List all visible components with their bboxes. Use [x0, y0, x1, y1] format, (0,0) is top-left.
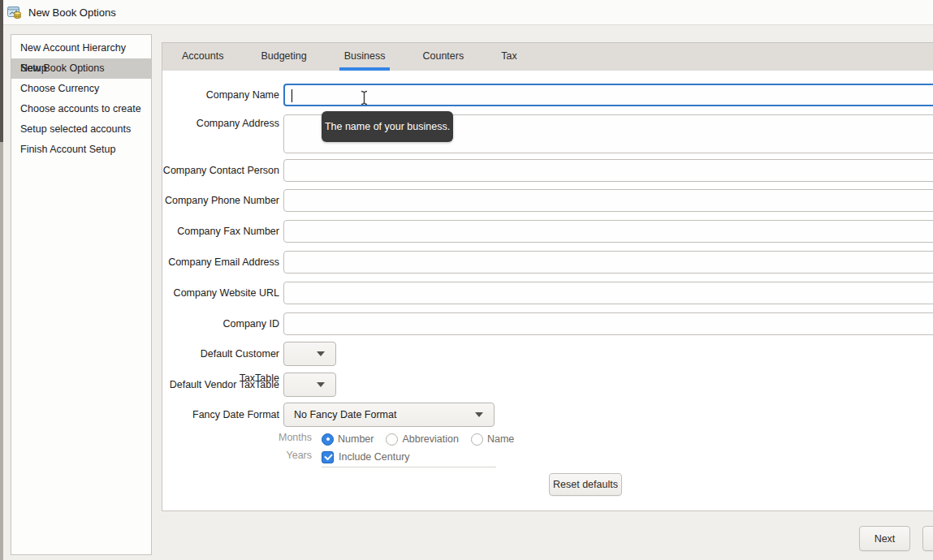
years-label: Years [162, 450, 312, 461]
company-phone-number-label: Company Phone Number [162, 189, 279, 212]
company-name-tooltip: The name of your business. [322, 111, 453, 142]
default-vendor-taxtable-dropdown[interactable] [283, 373, 336, 397]
radio-unchecked-icon[interactable] [471, 433, 483, 446]
include-century-option[interactable]: Include Century [322, 451, 410, 463]
radio-checked-icon[interactable] [322, 433, 334, 446]
window-title: New Book Options [28, 6, 116, 19]
date-format-group-divider [322, 467, 496, 467]
reset-defaults-button[interactable]: Reset defaults [549, 473, 622, 496]
radio-unchecked-icon[interactable] [386, 433, 398, 446]
company-id-input[interactable] [283, 312, 933, 335]
years-option-row: Include Century [322, 450, 422, 464]
tab-accounts[interactable]: Accounts [163, 43, 242, 71]
months-option-name-label: Name [487, 433, 514, 445]
text-cursor-pointer [360, 90, 369, 108]
sidebar-item-choose-currency: Choose Currency [11, 79, 151, 99]
company-name-input[interactable] [283, 84, 933, 106]
background-window-edge-lower [0, 142, 3, 560]
months-option-number[interactable]: Number [322, 433, 374, 446]
book-options-panel: Accounts Budgeting Business Counters Tax… [162, 42, 933, 511]
chevron-down-icon [317, 382, 325, 387]
sidebar-item-new-book-options: New Book Options [11, 58, 151, 79]
company-fax-number-input[interactable] [283, 220, 933, 243]
tab-business[interactable]: Business [326, 43, 404, 71]
text-caret [292, 89, 292, 102]
months-label: Months [162, 432, 312, 443]
assistant-steps-sidebar: New Account Hierarchy Setup New Book Opt… [11, 34, 152, 555]
fancy-date-format-value: No Fancy Date Format [284, 409, 475, 420]
company-email-address-input[interactable] [283, 251, 933, 274]
months-radio-group: Number Abbreviation Name [322, 432, 526, 446]
company-website-url-input[interactable] [283, 282, 933, 304]
tab-bar: Accounts Budgeting Business Counters Tax [162, 43, 933, 71]
tab-tax[interactable]: Tax [482, 43, 535, 71]
tab-counters[interactable]: Counters [404, 43, 482, 71]
background-window-edge [0, 0, 3, 142]
months-option-abbreviation-label: Abbreviation [402, 433, 459, 445]
company-contact-person-input[interactable] [283, 159, 933, 182]
business-tab-form: Company Name Company Address The name of… [162, 71, 933, 511]
sidebar-item-finish-account-setup: Finish Account Setup [11, 140, 151, 160]
months-option-name[interactable]: Name [471, 433, 514, 446]
company-website-url-label: Company Website URL [162, 282, 279, 304]
company-name-label: Company Name [162, 84, 279, 106]
default-customer-taxtable-dropdown[interactable] [283, 342, 336, 366]
new-book-options-dialog: { "window": { "title": "New Book Options… [0, 0, 933, 560]
cut-off-button[interactable] [922, 526, 933, 551]
months-option-abbreviation[interactable]: Abbreviation [386, 433, 459, 446]
chevron-down-icon [475, 412, 483, 417]
title-bar: New Book Options [0, 0, 933, 25]
company-phone-number-input[interactable] [283, 189, 933, 212]
company-contact-person-label: Company Contact Person [162, 159, 279, 182]
company-fax-number-label: Company Fax Number [162, 220, 279, 243]
chevron-down-icon [317, 351, 325, 356]
company-address-label: Company Address [162, 114, 279, 132]
default-vendor-taxtable-label: Default Vendor TaxTable [162, 373, 279, 397]
sidebar-item-choose-accounts-to-create: Choose accounts to create [11, 99, 151, 119]
fancy-date-format-label: Fancy Date Format [162, 403, 279, 427]
company-id-label: Company ID [162, 312, 279, 335]
sidebar-item-new-account-hierarchy-setup: New Account Hierarchy Setup [11, 38, 151, 58]
fancy-date-format-dropdown[interactable]: No Fancy Date Format [283, 403, 495, 427]
checkbox-checked-icon[interactable] [322, 451, 334, 463]
app-icon [7, 6, 22, 19]
sidebar-item-setup-selected-accounts: Setup selected accounts [11, 119, 151, 140]
include-century-label: Include Century [339, 451, 410, 463]
company-email-address-label: Company Email Address [162, 251, 279, 274]
next-button[interactable]: Next [859, 526, 910, 551]
tab-budgeting[interactable]: Budgeting [242, 43, 325, 71]
months-option-number-label: Number [338, 433, 374, 445]
